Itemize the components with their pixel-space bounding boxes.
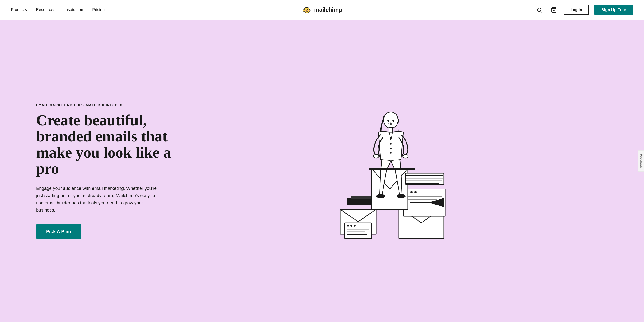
svg-point-5	[309, 10, 310, 11]
cart-button[interactable]	[550, 6, 558, 14]
search-icon	[536, 7, 542, 13]
svg-point-4	[304, 10, 304, 11]
hero-content: EMAIL MARKETING FOR SMALL BUSINESSES Cre…	[36, 103, 176, 239]
svg-point-25	[347, 225, 349, 227]
svg-point-9	[306, 9, 306, 9]
navbar: Products Resources Inspiration Pricing	[0, 0, 644, 20]
signup-button[interactable]: Sign Up Free	[594, 5, 633, 15]
svg-point-55	[390, 148, 392, 149]
hero-illustration	[176, 101, 608, 241]
svg-point-33	[410, 191, 412, 193]
nav-link-resources[interactable]: Resources	[36, 8, 55, 12]
svg-point-11	[306, 10, 307, 11]
cart-icon	[551, 7, 557, 13]
nav-right: Log In Sign Up Free	[535, 5, 633, 15]
search-button[interactable]	[535, 6, 544, 14]
svg-point-57	[374, 154, 379, 158]
svg-point-52	[392, 120, 394, 122]
hero-illustration-svg	[333, 101, 451, 241]
pick-plan-button[interactable]: Pick A Plan	[36, 224, 81, 239]
nav-link-products[interactable]: Products	[11, 8, 27, 12]
svg-point-13	[307, 10, 307, 10]
svg-rect-53	[389, 128, 393, 132]
nav-link-inspiration[interactable]: Inspiration	[64, 8, 83, 12]
svg-rect-63	[370, 168, 414, 170]
svg-rect-60	[378, 194, 384, 198]
svg-point-54	[390, 143, 392, 144]
svg-line-15	[540, 11, 542, 12]
svg-rect-62	[398, 194, 404, 198]
svg-point-56	[390, 152, 392, 154]
svg-point-8	[307, 9, 308, 10]
hero-body: Engage your audience with email marketin…	[36, 185, 162, 214]
svg-point-50	[384, 112, 398, 128]
svg-point-51	[388, 120, 389, 122]
login-button[interactable]: Log In	[564, 5, 589, 15]
svg-point-10	[308, 9, 308, 9]
nav-left: Products Resources Inspiration Pricing	[11, 8, 104, 12]
svg-point-34	[414, 191, 416, 193]
svg-point-7	[306, 9, 306, 10]
svg-point-27	[354, 225, 356, 227]
feedback-tab[interactable]: Feedback	[638, 150, 644, 172]
hero-heading: Create beautiful, branded emails that ma…	[36, 112, 176, 177]
logo-text: mailchimp	[314, 6, 342, 13]
hero-section: EMAIL MARKETING FOR SMALL BUSINESSES Cre…	[0, 20, 644, 322]
svg-point-58	[403, 154, 408, 158]
svg-point-26	[350, 225, 352, 227]
svg-rect-45	[406, 173, 444, 184]
logo-link[interactable]: mailchimp	[302, 5, 342, 15]
mailchimp-logo-icon	[302, 5, 312, 15]
hero-eyebrow: EMAIL MARKETING FOR SMALL BUSINESSES	[36, 103, 176, 107]
nav-link-pricing[interactable]: Pricing	[92, 8, 104, 12]
